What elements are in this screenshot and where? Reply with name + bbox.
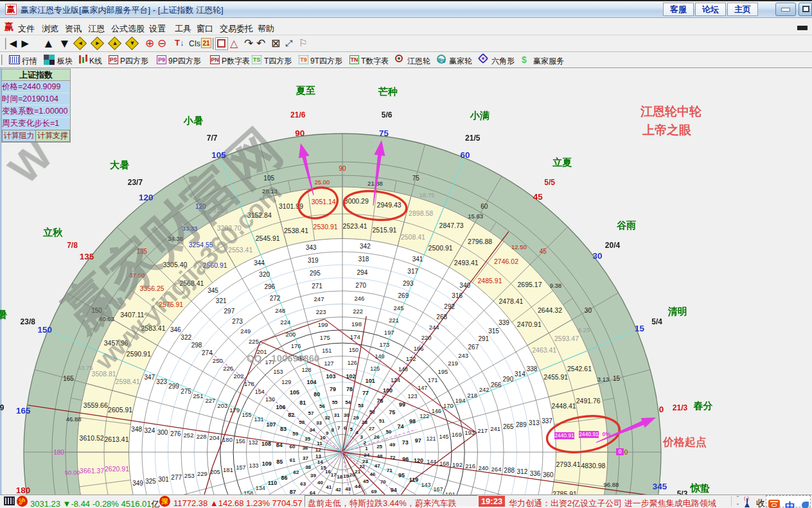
svg-text:37: 37 <box>303 455 308 461</box>
svg-text:38: 38 <box>305 464 311 470</box>
svg-text:151: 151 <box>322 347 331 354</box>
svg-text:75: 75 <box>412 175 420 182</box>
svg-text:1: 1 <box>365 446 368 451</box>
svg-text:2515.91: 2515.91 <box>372 226 396 234</box>
svg-text:156: 156 <box>236 438 245 444</box>
svg-text:150: 150 <box>38 325 53 335</box>
svg-text:21/6: 21/6 <box>290 110 306 119</box>
svg-text:193: 193 <box>464 429 475 436</box>
svg-text:21/3: 21/3 <box>673 403 688 412</box>
svg-text:195: 195 <box>437 368 448 375</box>
svg-text:2: 2 <box>364 440 367 446</box>
svg-text:339: 339 <box>499 319 509 326</box>
svg-text:2448.41: 2448.41 <box>552 402 576 410</box>
svg-text:芒种: 芒种 <box>378 86 398 97</box>
svg-text:74: 74 <box>398 423 404 430</box>
svg-text:6.25: 6.25 <box>578 326 590 333</box>
svg-text:56: 56 <box>319 403 325 409</box>
svg-text:241: 241 <box>490 425 500 432</box>
svg-text:28: 28 <box>362 419 367 425</box>
svg-text:34: 34 <box>310 427 315 433</box>
svg-text:264: 264 <box>491 466 502 473</box>
svg-text:78: 78 <box>346 386 353 392</box>
svg-text:51: 51 <box>379 418 385 424</box>
svg-text:223: 223 <box>316 308 326 315</box>
svg-text:197: 197 <box>384 329 394 336</box>
svg-text:180: 180 <box>16 486 31 495</box>
svg-text:222: 222 <box>353 308 363 315</box>
svg-text:55: 55 <box>332 399 338 405</box>
svg-text:225: 225 <box>249 338 259 345</box>
svg-text:47: 47 <box>375 463 380 469</box>
svg-text:2463.41: 2463.41 <box>532 346 556 354</box>
svg-text:15: 15 <box>613 375 621 382</box>
svg-text:10: 10 <box>320 435 326 441</box>
svg-text:2538.41: 2538.41 <box>284 227 308 234</box>
svg-text:0: 0 <box>659 405 664 414</box>
svg-text:59: 59 <box>292 431 298 437</box>
svg-text:7: 7 <box>337 425 340 431</box>
svg-text:217: 217 <box>477 427 488 434</box>
svg-text:33: 33 <box>316 420 322 426</box>
svg-text:2470.91: 2470.91 <box>517 320 542 328</box>
svg-text:2542.61: 2542.61 <box>567 365 592 372</box>
svg-text:谷雨: 谷雨 <box>616 220 636 231</box>
svg-text:85: 85 <box>276 459 283 465</box>
svg-text:29: 29 <box>353 415 359 421</box>
svg-text:325: 325 <box>145 478 156 485</box>
svg-text:269: 269 <box>398 292 409 299</box>
svg-text:108: 108 <box>261 441 271 447</box>
svg-text:36: 36 <box>303 445 308 451</box>
svg-text:30: 30 <box>592 251 602 261</box>
svg-text:19: 19 <box>343 473 349 479</box>
svg-text:165: 165 <box>16 406 31 416</box>
svg-text:3051.14: 3051.14 <box>312 198 336 206</box>
svg-text:2644.32: 2644.32 <box>538 306 562 314</box>
svg-text:295: 295 <box>310 270 321 277</box>
svg-text:323: 323 <box>156 378 167 385</box>
svg-text:133: 133 <box>249 462 259 469</box>
svg-text:226: 226 <box>223 365 233 372</box>
svg-text:319: 319 <box>308 257 319 264</box>
svg-text:79: 79 <box>330 386 336 392</box>
svg-text:175: 175 <box>320 334 330 341</box>
svg-text:245: 245 <box>394 304 404 311</box>
svg-text:343: 343 <box>306 244 317 251</box>
svg-text:180: 180 <box>222 436 233 443</box>
svg-text:35: 35 <box>304 436 310 442</box>
svg-text:0: 0 <box>619 448 622 455</box>
svg-text:42: 42 <box>335 487 341 493</box>
svg-text:5: 5 <box>350 426 353 432</box>
svg-text:2545.91: 2545.91 <box>256 234 280 242</box>
svg-text:22: 22 <box>359 464 365 469</box>
svg-text:45: 45 <box>533 192 543 202</box>
svg-text:5/4: 5/4 <box>651 317 662 326</box>
svg-text:53: 53 <box>358 403 364 408</box>
svg-text:2949.43: 2949.43 <box>377 201 402 209</box>
svg-text:129: 129 <box>281 379 291 385</box>
svg-text:2785.91: 2785.91 <box>552 490 577 495</box>
svg-text:205: 205 <box>210 468 220 475</box>
svg-text:上帝之眼: 上帝之眼 <box>642 123 692 137</box>
svg-text:96: 96 <box>402 456 409 462</box>
svg-text:97: 97 <box>415 437 421 444</box>
svg-text:70: 70 <box>380 479 386 485</box>
svg-text:147: 147 <box>418 385 427 391</box>
svg-text:178: 178 <box>244 380 254 387</box>
svg-text:221: 221 <box>389 317 399 324</box>
svg-text:167: 167 <box>433 486 443 493</box>
svg-text:17: 17 <box>331 472 337 478</box>
svg-text:174: 174 <box>350 333 360 340</box>
svg-text:102: 102 <box>346 373 356 380</box>
svg-text:154: 154 <box>255 389 265 395</box>
svg-text:春分: 春分 <box>693 400 712 411</box>
svg-text:95: 95 <box>398 472 405 478</box>
svg-text:7/7: 7/7 <box>207 134 218 143</box>
svg-text:12: 12 <box>315 447 321 453</box>
svg-text:277: 277 <box>171 474 182 481</box>
svg-text:253: 253 <box>184 472 195 479</box>
svg-text:300: 300 <box>157 429 168 436</box>
svg-text:126: 126 <box>348 360 357 366</box>
svg-text:46.88: 46.88 <box>66 416 82 423</box>
svg-text:246: 246 <box>354 295 364 302</box>
